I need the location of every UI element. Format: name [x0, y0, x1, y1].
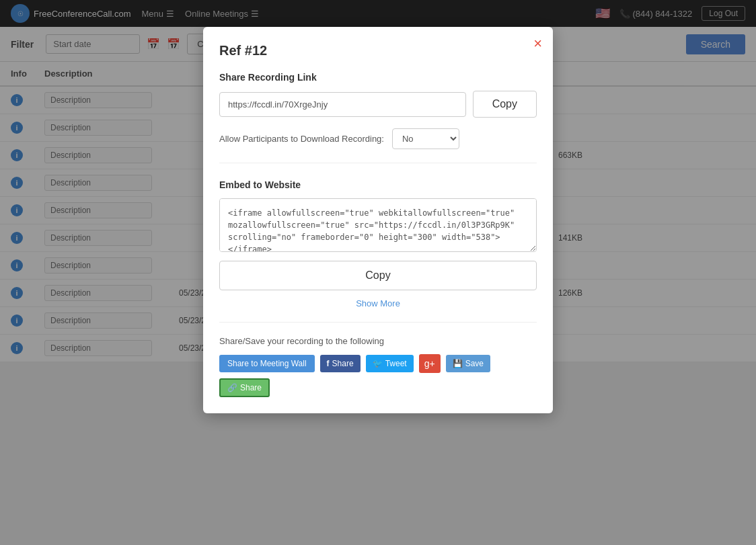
download-row: Allow Participants to Download Recording…: [219, 128, 537, 163]
embed-section: Embed to Website <iframe allowfullscreen…: [219, 179, 537, 290]
share-link-row: Copy: [219, 91, 537, 118]
show-more-link[interactable]: Show More: [219, 298, 537, 308]
share-save-label: Share/Save your recording to the followi…: [219, 336, 537, 346]
share-link-section-title: Share Recording Link: [219, 72, 537, 83]
share-url-input[interactable]: [219, 92, 466, 117]
facebook-share-button[interactable]: f Share: [320, 355, 361, 362]
modal-close-button[interactable]: ×: [533, 36, 542, 51]
meeting-wall-button[interactable]: Share to Meeting Wall: [219, 355, 315, 362]
download-select[interactable]: No Yes: [392, 128, 459, 149]
embed-section-title: Embed to Website: [219, 179, 537, 190]
copy-link-button[interactable]: Copy: [473, 91, 537, 118]
save-button[interactable]: 💾 Save: [446, 355, 490, 362]
download-label: Allow Participants to Download Recording…: [219, 134, 384, 144]
share-buttons: Share to Meeting Wall f Share 🐦 Tweet g+…: [219, 354, 537, 362]
share-modal: Ref #12 × Share Recording Link Copy Allo…: [203, 27, 553, 362]
facebook-icon: f: [327, 359, 330, 362]
share-save-section: Share/Save your recording to the followi…: [219, 322, 537, 362]
save-icon: 💾: [453, 359, 463, 362]
modal-title: Ref #12: [219, 43, 537, 58]
copy-embed-button[interactable]: Copy: [219, 261, 537, 290]
twitter-share-button[interactable]: 🐦 Tweet: [366, 355, 414, 362]
twitter-icon: 🐦: [373, 359, 383, 362]
embed-code-textarea[interactable]: <iframe allowfullscreen="true" webkitall…: [219, 198, 537, 252]
modal-overlay: Ref #12 × Share Recording Link Copy Allo…: [0, 0, 756, 362]
google-plus-button[interactable]: g+: [419, 354, 441, 362]
